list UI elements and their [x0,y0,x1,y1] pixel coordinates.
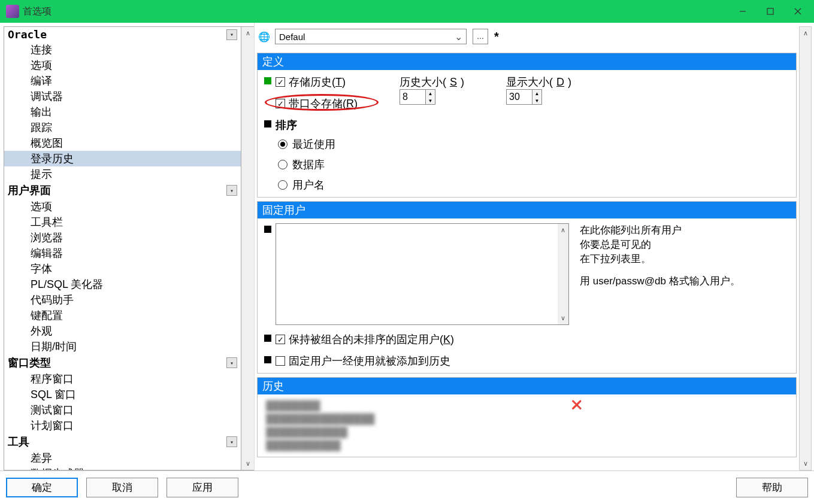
scroll-down-icon[interactable]: ∨ [800,457,811,470]
checkbox-icon [276,356,285,366]
sidebar-item[interactable]: 程序窗口 [4,371,241,387]
store-password-checkbox[interactable]: 带口令存储(R) [276,96,358,111]
history-size-spinner[interactable]: ▲▼ [400,89,435,105]
history-size-label: 历史大小(S) [400,75,464,89]
profile-combo[interactable]: Defaul [275,29,467,44]
marker-icon [264,120,271,127]
scroll-down-icon[interactable]: ∨ [558,312,568,324]
scroll-up-icon[interactable]: ∧ [241,27,254,40]
help-button[interactable]: 帮助 [736,478,808,497]
chevron-down-icon[interactable]: ▾ [226,29,237,40]
modified-indicator: * [494,30,499,44]
sidebar-item[interactable]: 选项 [4,57,241,73]
display-size-label: 显示大小(D) [506,75,571,89]
sidebar-item[interactable]: 输出 [4,104,241,120]
modified-marker-icon [264,77,271,84]
sidebar-item[interactable]: 连接 [4,42,241,57]
sidebar-item-login-history[interactable]: 登录历史 [4,151,241,166]
panel-history: 历史 ████████ ████████████████ ███████████… [257,377,797,457]
marker-icon [264,226,271,233]
sidebar-item[interactable]: 工具栏 [4,214,241,230]
spinner-up-icon[interactable]: ▲ [532,90,541,97]
radio-icon [278,139,288,149]
history-list[interactable]: ████████ ████████████████ ████████████ █… [266,399,559,452]
app-icon [6,5,19,18]
marker-icon [264,356,271,363]
add-to-history-checkbox[interactable]: 固定用户一经使用就被添加到历史 [276,354,789,368]
checkbox-icon [276,335,285,344]
history-item[interactable]: ████████ [266,399,559,412]
sidebar-item[interactable]: 字体 [4,261,241,277]
profile-bar: 🌐 Defaul … * [257,26,797,53]
checkbox-icon [276,77,285,87]
sidebar-item[interactable]: 数据生成器 [4,466,241,470]
sidebar-item[interactable]: 编译 [4,73,241,89]
category-tree[interactable]: Oracle▾ 连接 选项 编译 调试器 输出 跟踪 概览图 登录历史 提示 用… [4,26,241,470]
sidebar-item[interactable]: 跟踪 [4,120,241,135]
scroll-up-icon[interactable]: ∧ [558,224,568,236]
main-scrollbar[interactable]: ∧ ∨ [799,26,812,470]
radio-icon [278,160,288,169]
marker-icon [264,335,271,342]
sidebar-item[interactable]: PL/SQL 美化器 [4,277,241,292]
svg-rect-1 [767,8,773,14]
sidebar-item[interactable]: 提示 [4,166,241,182]
keep-unsorted-checkbox[interactable]: 保持被组合的未排序的固定用户(K) [276,332,789,347]
sidebar-item[interactable]: 选项 [4,199,241,214]
display-size-spinner[interactable]: ▲▼ [506,89,542,105]
store-history-checkbox[interactable]: 存储历史(T) [276,75,358,89]
spinner-down-icon[interactable]: ▼ [426,97,435,104]
profile-more-button[interactable]: … [473,29,488,44]
history-item[interactable]: ████████████ [266,426,559,439]
maximize-button[interactable] [756,0,784,23]
sidebar-item[interactable]: 键配置 [4,308,241,323]
cat-oracle[interactable]: Oracle▾ [4,27,241,42]
globe-icon: 🌐 [258,31,269,42]
sidebar-item[interactable]: 调试器 [4,89,241,104]
checkbox-icon [276,99,285,108]
sidebar-item[interactable]: SQL 窗口 [4,387,241,402]
sidebar-item[interactable]: 概览图 [4,135,241,151]
scroll-down-icon[interactable]: ∨ [241,457,254,470]
profile-value: Defaul [279,32,305,42]
panel-fixed-users: 固定用户 ∧∨ [257,201,797,374]
chevron-down-icon[interactable]: ▾ [226,185,237,196]
apply-button[interactable]: 应用 [167,478,238,497]
sort-database-radio[interactable]: 数据库 [278,157,789,172]
fixed-users-help: 在此你能列出所有用户 你要总是可见的 在下拉列表里。 用 user/passw@… [580,223,740,325]
sort-header: 排序 [276,118,789,132]
minimize-button[interactable] [729,0,756,23]
close-button[interactable] [784,0,812,23]
sidebar-item[interactable]: 外观 [4,323,241,339]
panel-header: 定义 [258,53,796,70]
sidebar-item[interactable]: 测试窗口 [4,402,241,418]
sort-recent-radio[interactable]: 最近使用 [278,137,789,151]
cancel-button[interactable]: 取消 [86,478,158,497]
fixed-users-textarea[interactable]: ∧∨ [276,223,569,325]
cat-tools[interactable]: 工具▾ [4,433,241,450]
sidebar-scrollbar[interactable]: ∧ ∨ [241,26,254,470]
spinner-down-icon[interactable]: ▼ [532,97,541,104]
panel-definition: 定义 存储历史(T) 带口令存储(R) [257,53,797,198]
chevron-down-icon[interactable]: ▾ [226,357,237,368]
history-size-input[interactable] [400,90,425,104]
chevron-down-icon[interactable]: ▾ [226,436,237,447]
sidebar-item[interactable]: 浏览器 [4,230,241,245]
sidebar-item[interactable]: 日期/时间 [4,339,241,354]
delete-icon[interactable]: ❌ [571,400,582,409]
ok-button[interactable]: 确定 [6,478,78,497]
cat-window-types[interactable]: 窗口类型▾ [4,354,241,371]
textarea-scrollbar[interactable]: ∧∨ [558,224,568,324]
display-size-input[interactable] [507,90,532,104]
sort-username-radio[interactable]: 用户名 [278,178,789,192]
spinner-up-icon[interactable]: ▲ [426,90,435,97]
history-item[interactable]: ████████████████ [266,412,559,426]
sidebar-item[interactable]: 编辑器 [4,245,241,261]
panel-header: 历史 [258,378,796,394]
scroll-up-icon[interactable]: ∧ [800,27,811,40]
history-item[interactable]: ███████████ [266,439,559,452]
sidebar-item[interactable]: 计划窗口 [4,418,241,433]
cat-ui[interactable]: 用户界面▾ [4,182,241,199]
sidebar-item[interactable]: 差异 [4,450,241,466]
sidebar-item[interactable]: 代码助手 [4,292,241,308]
